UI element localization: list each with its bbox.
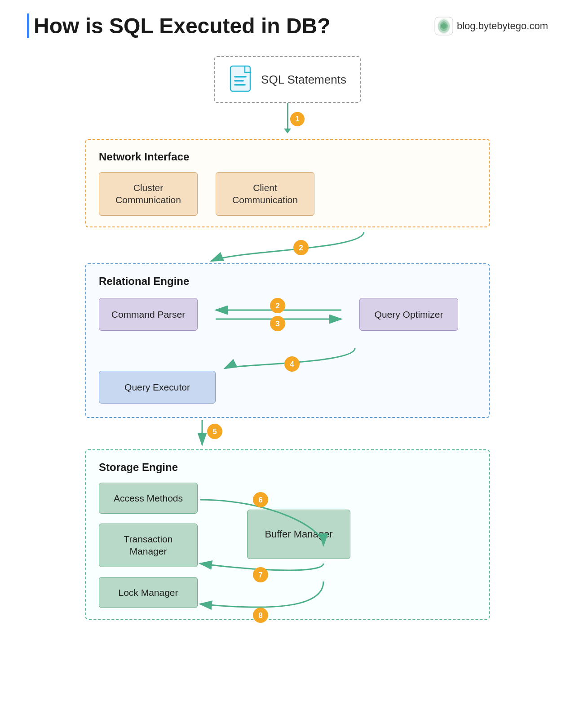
svg-text:2: 2 (275, 302, 279, 310)
sql-statements-box: SQL Statements (214, 56, 361, 103)
query-executor-box: Query Executor (99, 371, 216, 404)
svg-rect-5 (234, 84, 246, 86)
brand-icon (434, 17, 453, 36)
svg-text:8: 8 (258, 611, 262, 620)
svg-rect-2 (230, 66, 250, 91)
access-methods-box: Access Methods (99, 483, 198, 514)
buffer-manager-box: Buffer Manager (247, 510, 350, 559)
svg-text:3: 3 (275, 320, 279, 328)
lock-manager-box: Lock Manager (99, 577, 198, 608)
cluster-communication-box: ClusterCommunication (99, 172, 198, 216)
command-parser-box: Command Parser (99, 298, 198, 331)
svg-point-27 (253, 567, 268, 582)
relational-engine-title: Relational Engine (99, 275, 476, 288)
brand-logo: blog.bytebytego.com (434, 17, 548, 36)
svg-text:5: 5 (212, 427, 217, 436)
network-interface-row: ClusterCommunication ClientCommunication (99, 172, 476, 216)
page-header: How is SQL Executed in DB? blog.bytebyte… (27, 13, 548, 38)
svg-rect-3 (234, 76, 247, 78)
sql-label: SQL Statements (261, 73, 346, 87)
step-1-badge: 1 (290, 112, 305, 126)
network-interface-section: Network Interface ClusterCommunication C… (85, 139, 490, 227)
svg-rect-4 (234, 80, 244, 82)
page-title: How is SQL Executed in DB? (34, 13, 331, 38)
relational-engine-section: Relational Engine Command Parser (85, 263, 490, 418)
svg-point-29 (253, 608, 268, 623)
svg-text:4: 4 (290, 360, 294, 368)
brand-text: blog.bytebytego.com (457, 20, 548, 32)
storage-engine-title: Storage Engine (99, 461, 476, 474)
svg-text:2: 2 (299, 244, 303, 252)
connector-svg-1: 2 (85, 227, 490, 263)
svg-text:7: 7 (258, 571, 262, 579)
sql-document-icon (229, 65, 254, 94)
client-communication-box: ClientCommunication (216, 172, 314, 216)
query-optimizer-box: Query Optimizer (359, 298, 458, 331)
relational-arrows-svg: 2 3 (211, 297, 346, 333)
diagram-container: SQL Statements 1 Network Interface Clust… (85, 56, 490, 620)
network-interface-title: Network Interface (99, 151, 476, 163)
storage-engine-section: Storage Engine Access Methods Transactio… (85, 449, 490, 620)
storage-connector-svg: 5 (144, 418, 323, 449)
query-executor-connector: 4 (99, 344, 404, 371)
transaction-manager-box: TransactionManager (99, 524, 198, 567)
